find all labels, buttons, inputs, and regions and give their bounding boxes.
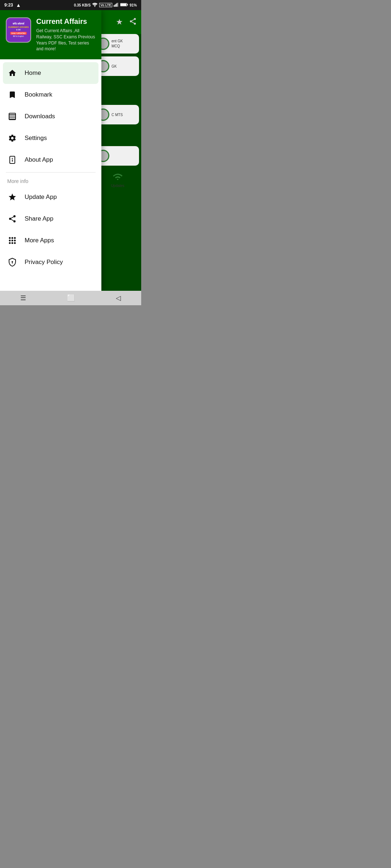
status-right: 0.35 KB/S Vo LTE: [74, 3, 137, 8]
svg-point-9: [134, 18, 136, 20]
svg-point-28: [12, 237, 13, 239]
svg-point-20: [12, 158, 13, 159]
time: 9:23: [4, 3, 13, 8]
share-label: Share App: [25, 215, 53, 222]
star-icon[interactable]: ★: [116, 17, 123, 27]
menu-item-home[interactable]: Home: [3, 62, 98, 84]
downloads-label: Downloads: [25, 113, 55, 120]
signal-icon: [114, 3, 119, 8]
volte-label: Vo LTE: [99, 3, 112, 7]
svg-point-30: [9, 240, 11, 242]
nav-home-icon: ⬜: [67, 294, 75, 302]
menu-item-share[interactable]: Share App: [0, 208, 101, 230]
shield-menu-icon: [7, 257, 17, 267]
update-label: Update App: [25, 193, 57, 201]
about-icon: [7, 155, 17, 165]
peek-text-2: GK: [112, 64, 117, 68]
drawer-header: करेंट अफेयर्स CURRENT AFFAIRS & GK DAILY…: [0, 10, 101, 59]
updates-label: Updates: [111, 184, 124, 188]
hamburger-icon: ☰: [20, 294, 26, 302]
speed: 0.35 KB/S: [74, 3, 91, 7]
svg-point-11: [134, 23, 136, 25]
menu-section: Home Bookmark Downloads: [0, 59, 101, 291]
svg-line-26: [11, 217, 14, 218]
navigation-icon: ▲: [16, 2, 21, 8]
svg-rect-8: [121, 4, 127, 6]
bottom-navigation: ☰ ⬜ ◁: [0, 291, 141, 305]
share-icon[interactable]: [129, 17, 137, 27]
downloads-icon: [7, 111, 17, 122]
star-menu-icon: [7, 192, 17, 202]
app-logo: करेंट अफेयर्स CURRENT AFFAIRS & GK DAILY…: [6, 17, 31, 43]
svg-point-35: [14, 242, 16, 244]
drawer-header-text: Current Affairs Get Current Affairs ,All…: [36, 17, 96, 52]
logo-subtitle: CURRENT AFFAIRS & GK: [8, 26, 29, 31]
svg-point-24: [13, 220, 16, 222]
peek-text-3: C MTS: [112, 113, 123, 117]
svg-point-34: [12, 242, 13, 244]
app-description: Get Current Affairs ,All Railway, SSC Ex…: [36, 28, 96, 52]
logo-lang: हिंदी & English: [13, 35, 24, 38]
bookmark-icon: [7, 90, 17, 100]
svg-rect-3: [116, 4, 117, 7]
privacy-label: Privacy Policy: [25, 259, 63, 266]
svg-rect-7: [127, 4, 128, 5]
settings-label: Settings: [25, 135, 47, 142]
svg-point-33: [9, 242, 11, 244]
svg-line-25: [11, 220, 14, 221]
svg-point-32: [14, 240, 16, 242]
logo-badge: DAILY UPDATED: [10, 32, 27, 35]
more-apps-label: More Apps: [25, 237, 54, 244]
bookmark-label: Bookmark: [25, 91, 52, 98]
menu-divider: [6, 172, 96, 173]
wifi-icon: [92, 3, 98, 8]
navigation-drawer: करेंट अफेयर्स CURRENT AFFAIRS & GK DAILY…: [0, 10, 101, 291]
svg-point-0: [94, 6, 96, 7]
menu-item-downloads[interactable]: Downloads: [0, 106, 101, 127]
svg-point-27: [9, 237, 11, 239]
status-bar: 9:23 ▲ 0.35 KB/S Vo LTE: [0, 0, 141, 10]
settings-icon: [7, 133, 17, 143]
svg-rect-4: [117, 3, 117, 7]
peek-text-1b: MCQ: [112, 44, 123, 49]
home-icon: [7, 68, 17, 78]
svg-point-23: [9, 218, 11, 220]
battery-icon: [120, 3, 128, 8]
svg-point-10: [130, 20, 132, 22]
svg-line-12: [132, 22, 134, 23]
menu-item-privacy[interactable]: Privacy Policy: [0, 251, 101, 273]
svg-point-36: [12, 261, 13, 263]
nav-home-button[interactable]: ⬜: [60, 292, 82, 304]
nav-back-icon: ◁: [116, 294, 121, 302]
peek-text-1a: ent GK: [112, 39, 123, 44]
svg-rect-2: [115, 4, 115, 7]
battery-percent: 91%: [130, 3, 137, 7]
svg-point-29: [14, 237, 16, 239]
logo-hindi-text: करेंट अफेयर्स: [13, 22, 25, 25]
apps-menu-icon: [7, 235, 17, 246]
about-label: About App: [25, 156, 53, 163]
menu-item-about[interactable]: About App: [0, 149, 101, 171]
svg-line-13: [132, 20, 134, 21]
svg-point-31: [12, 240, 13, 242]
nav-back-button[interactable]: ◁: [109, 292, 128, 304]
svg-rect-1: [114, 5, 114, 7]
menu-item-update[interactable]: Update App: [0, 186, 101, 208]
svg-point-22: [13, 215, 16, 217]
svg-rect-5: [118, 3, 118, 7]
menu-item-settings[interactable]: Settings: [0, 127, 101, 149]
app-title: Current Affairs: [36, 17, 96, 26]
nav-menu-button[interactable]: ☰: [13, 292, 33, 304]
share-menu-icon: [7, 214, 17, 224]
home-label: Home: [25, 69, 41, 77]
menu-item-bookmark[interactable]: Bookmark: [0, 84, 101, 106]
status-left: 9:23 ▲: [4, 2, 21, 8]
more-info-header: More info: [0, 174, 101, 186]
menu-item-more-apps[interactable]: More Apps: [0, 230, 101, 251]
